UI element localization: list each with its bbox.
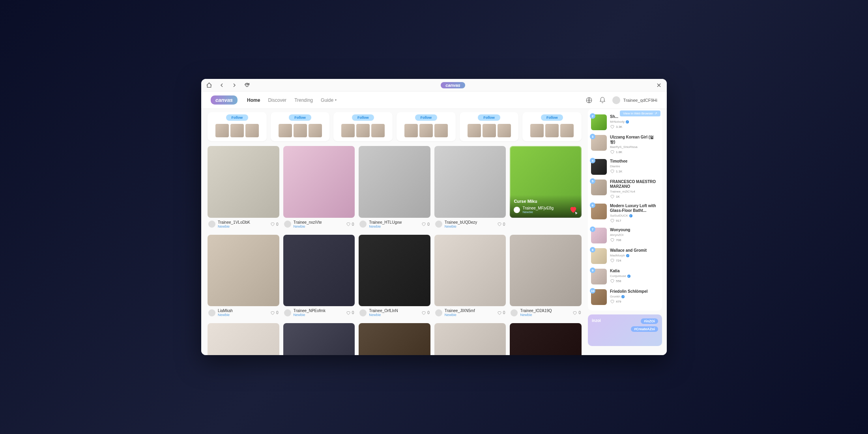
content-card[interactable]: Curse MikuTrainee_MFjvE8gNewbie	[510, 146, 582, 231]
content-card[interactable]: Trainee_JlXN5mfNewbie0	[434, 235, 506, 320]
card-avatar-icon	[435, 309, 442, 316]
card-image[interactable]	[434, 235, 506, 307]
like-button[interactable]: 0	[421, 222, 430, 226]
card-image[interactable]	[434, 146, 506, 218]
like-button[interactable]: 0	[270, 311, 279, 315]
sidebar-item[interactable]: 8Wallace and GromitMadMorph✓724	[591, 246, 659, 266]
verified-icon: ✓	[629, 214, 632, 217]
refresh-icon[interactable]	[244, 82, 250, 88]
sidebar-item-title: Wallace and Gromit	[610, 248, 659, 253]
suggest-card[interactable]: Follow	[460, 112, 519, 141]
card-image[interactable]	[510, 323, 582, 355]
like-button[interactable]: 0	[497, 311, 505, 315]
nav-home[interactable]: Home	[247, 97, 260, 103]
card-image[interactable]	[510, 235, 582, 307]
suggest-card[interactable]: Follow	[271, 112, 330, 141]
card-rank: Newbie	[522, 210, 554, 214]
card-image[interactable]	[434, 323, 506, 355]
sidebar-item-title: Katia	[610, 269, 659, 273]
sidebar-likes: 1.1K	[610, 169, 659, 174]
card-image[interactable]: Curse MikuTrainee_MFjvE8gNewbie	[510, 146, 582, 218]
user-menu[interactable]: Trainee_qdCF9Hi	[612, 96, 657, 104]
card-image[interactable]	[283, 235, 355, 307]
follow-button[interactable]: Follow	[415, 114, 438, 121]
card-image[interactable]	[208, 235, 279, 307]
app-window: canvas canvas Home Discover Trending Gui…	[201, 79, 667, 355]
bell-icon[interactable]	[599, 97, 606, 104]
nav-guide[interactable]: Guide▾	[321, 97, 337, 103]
view-in-browser-button[interactable]: View in Web Browser↗	[620, 110, 660, 116]
promo-banner[interactable]: inzoi #inZOi #CreateAZoi	[588, 314, 662, 346]
content-card[interactable]	[359, 323, 430, 355]
suggest-thumb	[356, 124, 370, 137]
suggest-thumb	[434, 124, 448, 137]
forward-icon[interactable]	[231, 82, 238, 88]
content-card[interactable]: Trainee_OrfLlnNNewbie0	[359, 235, 430, 320]
suggest-thumb	[404, 124, 418, 137]
like-button[interactable]: 0	[421, 311, 430, 315]
nav-trending[interactable]: Trending	[294, 97, 313, 103]
card-avatar-icon	[514, 207, 520, 213]
card-username: Trainee_NPEofmk	[294, 309, 344, 313]
nav-discover[interactable]: Discover	[268, 97, 286, 103]
sidebar-item[interactable]: 5FRANCESCO MAESTRO MARZANOTrainee_mZlCYo…	[591, 177, 659, 201]
sidebar-item-title: Timothee	[610, 159, 659, 164]
card-image[interactable]	[359, 235, 430, 307]
follow-button[interactable]: Follow	[289, 114, 311, 121]
card-avatar-icon	[284, 221, 291, 228]
like-button[interactable]: 0	[346, 311, 354, 315]
sidebar-likes: 1K	[610, 194, 659, 199]
suggest-card[interactable]: Follow	[333, 112, 393, 141]
content-card[interactable]	[434, 323, 506, 355]
sidebar-item[interactable]: 9KatiaConjureuse✓558	[591, 266, 659, 287]
card-image[interactable]	[208, 323, 279, 355]
cursor-icon	[574, 211, 579, 216]
content-card[interactable]: LiaMkahNewbie0	[208, 235, 279, 320]
content-card[interactable]	[510, 323, 582, 355]
content-card[interactable]	[283, 323, 355, 355]
content-card[interactable]: Trainee_HTLUgxwNewbie0	[359, 146, 430, 231]
content-card[interactable]: Trainee_bUQDezyNewbie0	[434, 146, 506, 231]
sidebar-item[interactable]: 7WonyoungAhrynZOI708	[591, 225, 659, 246]
follow-button[interactable]: Follow	[478, 114, 500, 121]
follow-button[interactable]: Follow	[226, 114, 249, 121]
like-button[interactable]: 0	[497, 222, 505, 226]
verified-icon: ✓	[626, 254, 629, 257]
sidebar-item[interactable]: 4TimotheeDiantre1.1K	[591, 157, 659, 177]
sidebar-item[interactable]: 6Modern Luxury Loft with Glass-Floor Bat…	[591, 201, 659, 225]
content-card[interactable]: Trainee_nxziVteNewbie0	[283, 146, 355, 231]
card-rank: Newbie	[369, 224, 419, 228]
card-image[interactable]	[208, 146, 279, 218]
like-button[interactable]: 0	[572, 311, 581, 315]
card-image[interactable]	[283, 146, 355, 218]
card-rank: Newbie	[218, 224, 268, 228]
content-card[interactable]: Trainee_1VLoDbKNewbie0	[208, 146, 279, 231]
follow-button[interactable]: Follow	[541, 114, 563, 121]
content-card[interactable]: Trainee_NPEofmkNewbie0	[283, 235, 355, 320]
suggest-thumb	[279, 124, 292, 137]
like-button[interactable]: 0	[270, 222, 279, 226]
card-image[interactable]	[283, 323, 355, 355]
rank-badge: 4	[590, 158, 595, 163]
card-image[interactable]	[359, 323, 430, 355]
suggest-card[interactable]: Follow	[397, 112, 456, 141]
sidebar-item[interactable]: 10Friedolin SchlömpelGronkh✓479	[591, 287, 659, 307]
close-icon[interactable]	[656, 82, 662, 88]
sidebar-item-author: MadMorph✓	[610, 254, 659, 257]
follow-button[interactable]: Follow	[352, 114, 374, 121]
suggest-card[interactable]: Follow	[522, 112, 582, 141]
like-button[interactable]: 0	[346, 222, 354, 226]
content-card[interactable]: Trainee_lO2A19QNewbie0	[510, 235, 582, 320]
content-card[interactable]	[208, 323, 279, 355]
home-icon[interactable]	[206, 82, 212, 88]
globe-icon[interactable]	[586, 97, 593, 104]
back-icon[interactable]	[219, 82, 225, 88]
sidebar-thumb: 6	[591, 204, 607, 219]
logo[interactable]: canvas	[211, 95, 238, 105]
card-username: LiaMkah	[218, 309, 268, 313]
rank-badge: 3	[590, 134, 595, 139]
sidebar-item-author: MrNobody✓	[610, 120, 659, 123]
sidebar-item[interactable]: 3Ulzzang Korean Girl (얼짱)BaeRyS_ShioRiss…	[591, 133, 659, 157]
card-image[interactable]	[359, 146, 430, 218]
suggest-card[interactable]: Follow	[208, 112, 267, 141]
